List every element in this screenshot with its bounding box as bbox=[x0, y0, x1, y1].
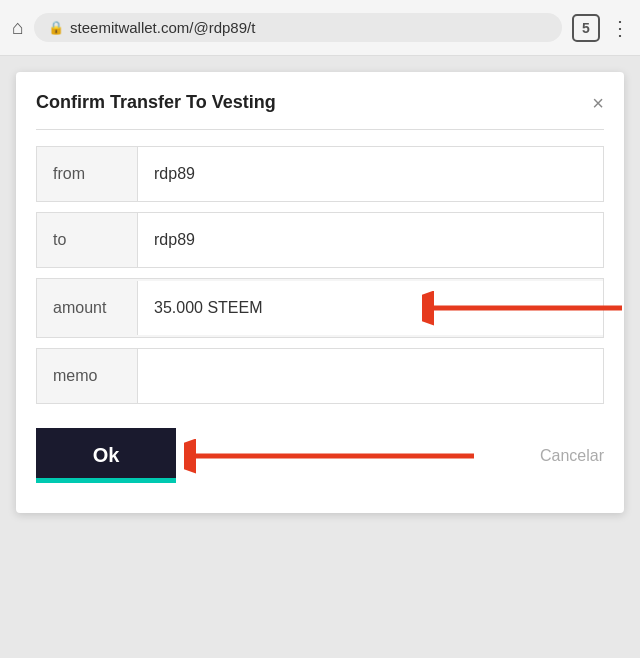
address-bar[interactable]: 🔒 steemitwallet.com/@rdp89/t bbox=[34, 13, 562, 42]
from-value: rdp89 bbox=[137, 147, 603, 201]
ok-arrow-annotation bbox=[184, 436, 474, 476]
to-label: to bbox=[37, 219, 137, 261]
memo-field: memo bbox=[36, 348, 604, 404]
memo-value[interactable] bbox=[137, 349, 603, 403]
amount-field: amount 35.000 STEEM bbox=[36, 278, 604, 338]
home-icon[interactable]: ⌂ bbox=[12, 16, 24, 39]
button-row: Ok Cancelar bbox=[36, 428, 604, 483]
menu-icon[interactable]: ⋮ bbox=[610, 16, 628, 40]
from-label: from bbox=[37, 153, 137, 195]
dialog: Confirm Transfer To Vesting × from rdp89… bbox=[16, 72, 624, 513]
url-text: steemitwallet.com/@rdp89/t bbox=[70, 19, 255, 36]
main-content: Confirm Transfer To Vesting × from rdp89… bbox=[0, 56, 640, 658]
divider bbox=[36, 129, 604, 130]
ok-button[interactable]: Ok bbox=[36, 428, 176, 483]
cancel-button[interactable]: Cancelar bbox=[540, 447, 604, 465]
browser-bar: ⌂ 🔒 steemitwallet.com/@rdp89/t 5 ⋮ bbox=[0, 0, 640, 56]
lock-icon: 🔒 bbox=[48, 20, 64, 35]
to-value: rdp89 bbox=[137, 213, 603, 267]
close-button[interactable]: × bbox=[592, 93, 604, 113]
to-field: to rdp89 bbox=[36, 212, 604, 268]
amount-value: 35.000 STEEM bbox=[137, 281, 603, 335]
dialog-title: Confirm Transfer To Vesting bbox=[36, 92, 276, 113]
dialog-header: Confirm Transfer To Vesting × bbox=[36, 92, 604, 113]
memo-label: memo bbox=[37, 355, 137, 397]
from-field: from rdp89 bbox=[36, 146, 604, 202]
tab-count[interactable]: 5 bbox=[572, 14, 600, 42]
amount-label: amount bbox=[37, 287, 137, 329]
